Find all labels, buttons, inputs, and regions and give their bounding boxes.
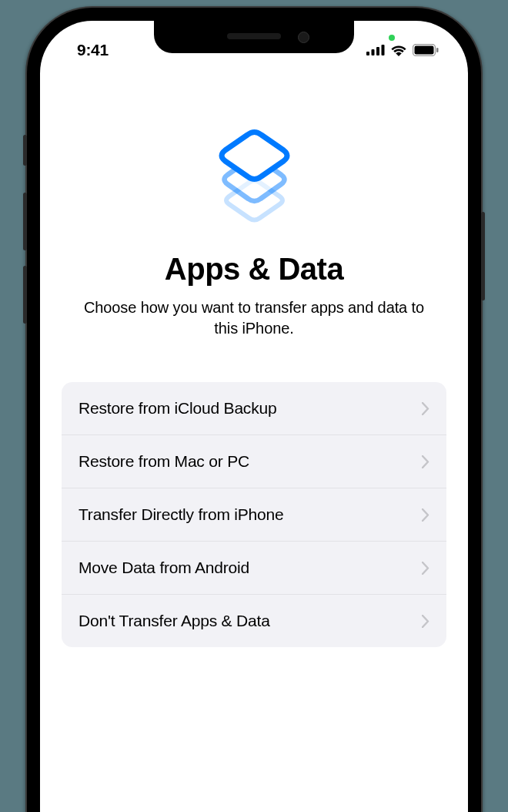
camera-indicator-dot: [389, 35, 395, 41]
chevron-right-icon: [422, 455, 429, 468]
svg-rect-0: [366, 52, 369, 55]
volume-up-button: [23, 193, 27, 250]
svg-rect-3: [382, 45, 385, 55]
option-dont-transfer[interactable]: Don't Transfer Apps & Data: [62, 595, 446, 647]
chevron-right-icon: [422, 508, 429, 522]
option-transfer-iphone[interactable]: Transfer Directly from iPhone: [62, 488, 446, 542]
page-title: Apps & Data: [62, 252, 446, 287]
status-right: [366, 44, 439, 56]
volume-down-button: [23, 266, 27, 324]
svg-rect-6: [436, 48, 439, 52]
cellular-signal-icon: [366, 45, 385, 55]
option-label: Move Data from Android: [79, 559, 249, 577]
option-restore-icloud[interactable]: Restore from iCloud Backup: [62, 382, 446, 435]
notch: [154, 21, 354, 53]
options-list: Restore from iCloud Backup Restore from …: [62, 382, 446, 647]
option-label: Restore from iCloud Backup: [79, 399, 276, 418]
option-label: Don't Transfer Apps & Data: [79, 612, 270, 630]
battery-icon: [413, 44, 439, 56]
side-button: [481, 212, 485, 300]
status-time: 9:41: [77, 41, 109, 59]
svg-rect-2: [376, 47, 379, 55]
option-restore-mac-pc[interactable]: Restore from Mac or PC: [62, 435, 446, 488]
svg-rect-5: [415, 45, 434, 54]
option-label: Transfer Directly from iPhone: [79, 505, 284, 524]
screen: 9:41: [40, 21, 468, 812]
wifi-icon: [390, 44, 407, 56]
silence-switch: [23, 135, 27, 166]
front-camera: [298, 32, 309, 43]
option-label: Restore from Mac or PC: [79, 452, 249, 471]
svg-rect-1: [372, 49, 375, 55]
option-move-android[interactable]: Move Data from Android: [62, 542, 446, 595]
content: Apps & Data Choose how you want to trans…: [40, 63, 468, 647]
apps-data-icon: [62, 129, 446, 229]
chevron-right-icon: [422, 615, 429, 628]
chevron-right-icon: [422, 562, 429, 575]
page-subtitle: Choose how you want to transfer apps and…: [62, 297, 446, 339]
speaker: [227, 33, 281, 39]
chevron-right-icon: [422, 402, 429, 415]
phone-frame: 9:41: [27, 8, 481, 812]
